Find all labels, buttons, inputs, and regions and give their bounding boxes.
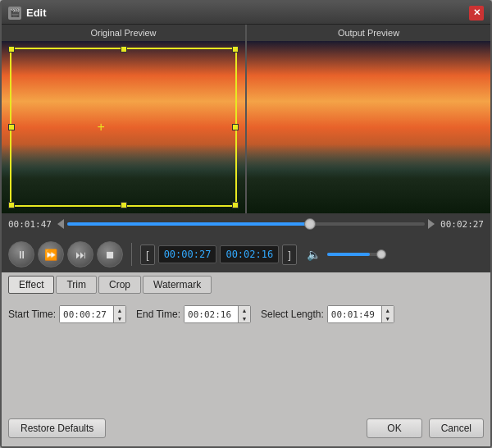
tab-trim[interactable]: Trim <box>56 276 97 294</box>
time-fields-row: Start Time: ▲ ▼ End Time: ▲ ▼ <box>8 305 484 323</box>
timeline-section: 00:01:47 00:02:27 <box>2 213 490 236</box>
start-time-up[interactable]: ▲ <box>114 306 125 314</box>
restore-defaults-button[interactable]: Restore Defaults <box>8 418 106 438</box>
original-video-frame: + <box>2 41 245 213</box>
stop-button[interactable]: ⏹ <box>97 241 123 267</box>
output-preview-content <box>247 41 490 213</box>
start-time-label: Start Time: <box>8 309 56 320</box>
output-preview-panel: Output Preview <box>247 25 490 213</box>
tab-effect[interactable]: Effect <box>8 276 54 294</box>
timeline-track <box>67 222 425 226</box>
crop-handle-tc[interactable] <box>121 46 127 53</box>
ok-button[interactable]: OK <box>367 418 421 438</box>
output-preview-label: Output Preview <box>247 25 490 41</box>
timeline-end-time: 00:02:27 <box>435 219 484 230</box>
tabs-row: Effect Trim Crop Watermark <box>2 272 490 297</box>
end-time-spinner: ▲ ▼ <box>238 306 250 322</box>
end-time-input[interactable] <box>184 306 238 322</box>
timeline-slider[interactable] <box>67 218 425 230</box>
controls-separator <box>131 243 132 266</box>
timeline-row: 00:01:47 00:02:27 <box>8 218 484 230</box>
select-length-up[interactable]: ▲ <box>382 306 394 314</box>
close-button[interactable]: ✕ <box>469 6 484 21</box>
cancel-button[interactable]: Cancel <box>429 418 484 438</box>
timeline-fill <box>67 222 310 226</box>
volume-slider[interactable] <box>327 253 385 256</box>
trim-start-display: 00:00:27 <box>158 245 217 263</box>
step-button[interactable]: ⏭ <box>67 241 93 267</box>
original-preview-label: Original Preview <box>2 25 245 41</box>
crop-handle-tl[interactable] <box>8 46 15 53</box>
select-length-input[interactable] <box>328 306 381 322</box>
end-time-label: End Time: <box>136 309 180 320</box>
volume-thumb[interactable] <box>376 249 386 259</box>
controls-row: ⏸ ⏩ ⏭ ⏹ [ 00:00:27 00:02:16 ] 🔈 <box>2 236 490 272</box>
timeline-thumb[interactable] <box>304 218 316 230</box>
select-length-spinner: ▲ ▼ <box>381 306 394 322</box>
volume-icon: 🔈 <box>307 248 321 261</box>
end-time-group: End Time: ▲ ▼ <box>136 305 251 323</box>
crop-handle-tr[interactable] <box>232 46 239 53</box>
hills-silhouette <box>2 144 245 213</box>
window-title: Edit <box>26 7 469 19</box>
triangle-right-icon[interactable] <box>428 219 435 229</box>
title-bar: 🎬 Edit ✕ <box>2 2 490 25</box>
triangle-left-icon[interactable] <box>57 219 64 229</box>
fast-forward-button[interactable]: ⏩ <box>38 241 64 267</box>
end-time-down[interactable]: ▼ <box>239 314 250 322</box>
output-hills-silhouette <box>247 144 490 213</box>
original-preview-content: + <box>2 41 245 213</box>
select-length-group: Select Length: ▲ ▼ <box>261 305 394 323</box>
select-length-down[interactable]: ▼ <box>382 314 394 322</box>
output-video-frame <box>247 41 490 213</box>
edit-window: 🎬 Edit ✕ Original Preview <box>0 0 492 448</box>
select-length-input-wrapper: ▲ ▼ <box>327 305 394 323</box>
end-time-input-wrapper: ▲ ▼ <box>184 305 251 323</box>
preview-area: Original Preview + <box>2 25 490 213</box>
start-time-down[interactable]: ▼ <box>114 314 125 322</box>
start-time-group: Start Time: ▲ ▼ <box>8 305 126 323</box>
bracket-end-button[interactable]: ] <box>282 245 297 265</box>
bracket-start-button[interactable]: [ <box>140 245 155 265</box>
crosshair-icon: + <box>98 120 105 135</box>
start-time-spinner: ▲ ▼ <box>113 306 125 322</box>
footer-row: Restore Defaults OK Cancel <box>8 414 484 438</box>
volume-fill <box>327 253 371 256</box>
start-time-input-wrapper: ▲ ▼ <box>59 305 126 323</box>
start-time-input[interactable] <box>60 306 113 322</box>
timeline-start-time: 00:01:47 <box>8 219 57 230</box>
crop-handle-mr[interactable] <box>232 124 239 130</box>
crop-handle-ml[interactable] <box>8 124 15 130</box>
bottom-section: Start Time: ▲ ▼ End Time: ▲ ▼ <box>2 297 490 446</box>
pause-button[interactable]: ⏸ <box>8 241 34 267</box>
footer-right: OK Cancel <box>367 418 484 438</box>
tab-watermark[interactable]: Watermark <box>143 276 212 294</box>
trim-end-display: 00:02:16 <box>220 245 279 263</box>
select-length-label: Select Length: <box>261 309 324 320</box>
window-icon: 🎬 <box>8 7 21 20</box>
original-preview-panel: Original Preview + <box>2 25 245 213</box>
tab-crop[interactable]: Crop <box>98 276 141 294</box>
end-time-up[interactable]: ▲ <box>239 306 250 314</box>
